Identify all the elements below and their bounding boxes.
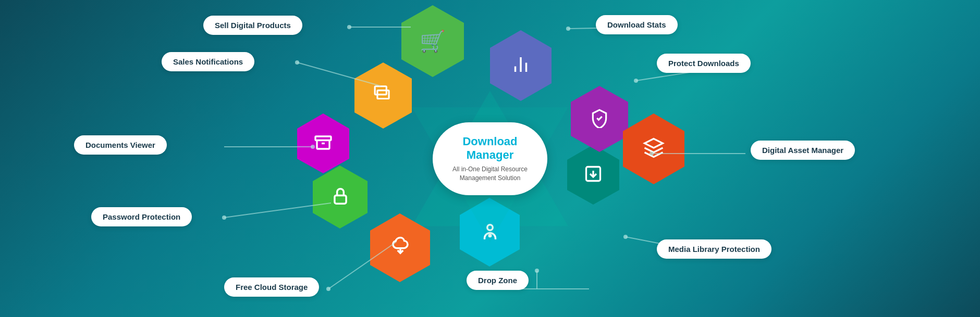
label-free-cloud-storage: Free Cloud Storage: [224, 277, 319, 297]
center-title: Download Manager: [443, 135, 537, 162]
hex-lock: [313, 166, 368, 229]
hex-files: [354, 62, 412, 129]
svg-rect-28: [334, 195, 346, 204]
label-drop-zone: Drop Zone: [467, 271, 529, 290]
svg-point-20: [566, 27, 570, 31]
svg-point-7: [222, 215, 226, 220]
label-documents-viewer: Documents Viewer: [74, 135, 167, 155]
svg-point-12: [535, 269, 539, 273]
hex-person: [460, 198, 520, 267]
svg-point-3: [295, 60, 299, 65]
label-digital-asset: Digital Asset Manager: [751, 141, 855, 160]
hex-cloud: [370, 213, 430, 282]
hex-archive: [297, 113, 349, 173]
svg-marker-30: [460, 198, 520, 267]
hex-stats: [490, 30, 552, 101]
label-sales-notifications: Sales Notifications: [162, 52, 254, 71]
svg-rect-26: [315, 136, 331, 141]
svg-point-32: [489, 235, 491, 237]
label-download-stats: Download Stats: [596, 15, 678, 34]
label-password-protection: Password Protection: [91, 207, 192, 226]
hex-box: [623, 113, 684, 184]
label-protect-downloads: Protect Downloads: [657, 54, 751, 73]
svg-point-1: [347, 25, 351, 29]
svg-point-31: [487, 225, 493, 231]
center-subtitle: All in-One Digital Resource Management S…: [452, 165, 528, 183]
main-background: 🛒: [0, 0, 980, 317]
svg-point-18: [634, 79, 638, 83]
label-sell-digital: Sell Digital Products: [203, 16, 302, 35]
center-card: Download Manager All in-One Digital Reso…: [433, 122, 547, 195]
svg-point-14: [623, 235, 628, 239]
hex-download: [567, 145, 619, 205]
label-media-library: Media Library Protection: [657, 239, 771, 259]
svg-point-9: [326, 287, 330, 291]
hex-shield: [571, 86, 628, 152]
